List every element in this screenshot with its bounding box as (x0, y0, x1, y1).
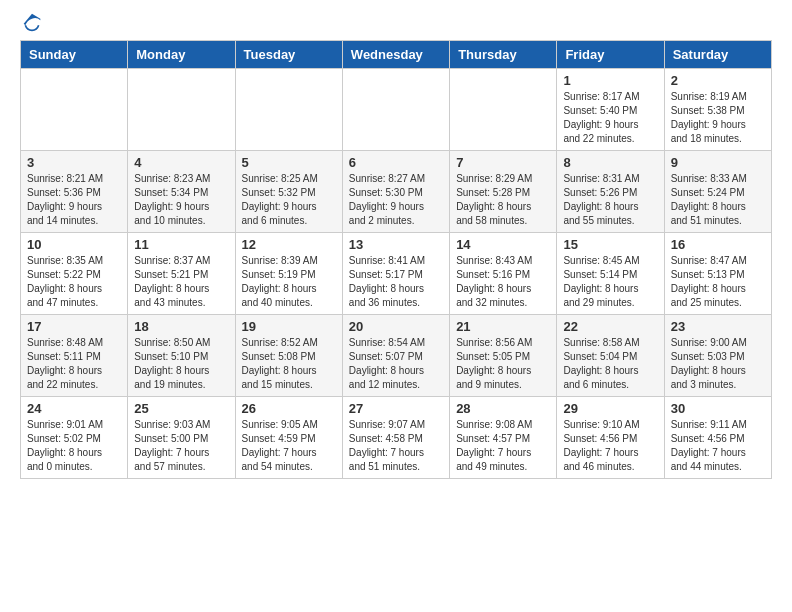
day-info: Sunrise: 8:48 AMSunset: 5:11 PMDaylight:… (27, 336, 121, 392)
calendar-cell: 24Sunrise: 9:01 AMSunset: 5:02 PMDayligh… (21, 397, 128, 479)
weekday-header-sunday: Sunday (21, 41, 128, 69)
day-number: 23 (671, 319, 765, 334)
day-info: Sunrise: 8:25 AMSunset: 5:32 PMDaylight:… (242, 172, 336, 228)
calendar-cell: 2Sunrise: 8:19 AMSunset: 5:38 PMDaylight… (664, 69, 771, 151)
day-number: 2 (671, 73, 765, 88)
day-info: Sunrise: 8:52 AMSunset: 5:08 PMDaylight:… (242, 336, 336, 392)
calendar-cell (450, 69, 557, 151)
calendar-cell: 27Sunrise: 9:07 AMSunset: 4:58 PMDayligh… (342, 397, 449, 479)
day-number: 8 (563, 155, 657, 170)
day-number: 10 (27, 237, 121, 252)
day-info: Sunrise: 8:23 AMSunset: 5:34 PMDaylight:… (134, 172, 228, 228)
day-info: Sunrise: 9:01 AMSunset: 5:02 PMDaylight:… (27, 418, 121, 474)
day-info: Sunrise: 8:50 AMSunset: 5:10 PMDaylight:… (134, 336, 228, 392)
calendar-cell: 12Sunrise: 8:39 AMSunset: 5:19 PMDayligh… (235, 233, 342, 315)
calendar-cell: 5Sunrise: 8:25 AMSunset: 5:32 PMDaylight… (235, 151, 342, 233)
weekday-header-wednesday: Wednesday (342, 41, 449, 69)
day-number: 28 (456, 401, 550, 416)
calendar-cell: 18Sunrise: 8:50 AMSunset: 5:10 PMDayligh… (128, 315, 235, 397)
calendar-cell: 19Sunrise: 8:52 AMSunset: 5:08 PMDayligh… (235, 315, 342, 397)
day-info: Sunrise: 8:21 AMSunset: 5:36 PMDaylight:… (27, 172, 121, 228)
day-info: Sunrise: 8:47 AMSunset: 5:13 PMDaylight:… (671, 254, 765, 310)
day-number: 7 (456, 155, 550, 170)
day-number: 25 (134, 401, 228, 416)
day-info: Sunrise: 9:08 AMSunset: 4:57 PMDaylight:… (456, 418, 550, 474)
day-number: 29 (563, 401, 657, 416)
day-info: Sunrise: 8:56 AMSunset: 5:05 PMDaylight:… (456, 336, 550, 392)
calendar-cell: 21Sunrise: 8:56 AMSunset: 5:05 PMDayligh… (450, 315, 557, 397)
weekday-header-monday: Monday (128, 41, 235, 69)
calendar-cell: 17Sunrise: 8:48 AMSunset: 5:11 PMDayligh… (21, 315, 128, 397)
day-number: 9 (671, 155, 765, 170)
day-info: Sunrise: 8:35 AMSunset: 5:22 PMDaylight:… (27, 254, 121, 310)
day-info: Sunrise: 8:29 AMSunset: 5:28 PMDaylight:… (456, 172, 550, 228)
day-number: 19 (242, 319, 336, 334)
day-number: 20 (349, 319, 443, 334)
day-info: Sunrise: 8:19 AMSunset: 5:38 PMDaylight:… (671, 90, 765, 146)
day-info: Sunrise: 9:03 AMSunset: 5:00 PMDaylight:… (134, 418, 228, 474)
calendar: SundayMondayTuesdayWednesdayThursdayFrid… (20, 40, 772, 479)
calendar-cell: 29Sunrise: 9:10 AMSunset: 4:56 PMDayligh… (557, 397, 664, 479)
day-number: 22 (563, 319, 657, 334)
day-info: Sunrise: 8:27 AMSunset: 5:30 PMDaylight:… (349, 172, 443, 228)
calendar-cell: 9Sunrise: 8:33 AMSunset: 5:24 PMDaylight… (664, 151, 771, 233)
calendar-cell: 7Sunrise: 8:29 AMSunset: 5:28 PMDaylight… (450, 151, 557, 233)
calendar-cell: 10Sunrise: 8:35 AMSunset: 5:22 PMDayligh… (21, 233, 128, 315)
calendar-cell: 28Sunrise: 9:08 AMSunset: 4:57 PMDayligh… (450, 397, 557, 479)
day-number: 16 (671, 237, 765, 252)
day-number: 18 (134, 319, 228, 334)
calendar-cell: 22Sunrise: 8:58 AMSunset: 5:04 PMDayligh… (557, 315, 664, 397)
day-info: Sunrise: 8:31 AMSunset: 5:26 PMDaylight:… (563, 172, 657, 228)
day-number: 24 (27, 401, 121, 416)
day-number: 5 (242, 155, 336, 170)
day-number: 15 (563, 237, 657, 252)
calendar-cell (21, 69, 128, 151)
day-number: 1 (563, 73, 657, 88)
calendar-cell: 11Sunrise: 8:37 AMSunset: 5:21 PMDayligh… (128, 233, 235, 315)
day-number: 13 (349, 237, 443, 252)
calendar-cell: 4Sunrise: 8:23 AMSunset: 5:34 PMDaylight… (128, 151, 235, 233)
calendar-cell: 13Sunrise: 8:41 AMSunset: 5:17 PMDayligh… (342, 233, 449, 315)
day-number: 3 (27, 155, 121, 170)
day-number: 14 (456, 237, 550, 252)
day-number: 26 (242, 401, 336, 416)
day-number: 11 (134, 237, 228, 252)
day-info: Sunrise: 8:54 AMSunset: 5:07 PMDaylight:… (349, 336, 443, 392)
calendar-cell: 20Sunrise: 8:54 AMSunset: 5:07 PMDayligh… (342, 315, 449, 397)
day-number: 6 (349, 155, 443, 170)
day-info: Sunrise: 8:45 AMSunset: 5:14 PMDaylight:… (563, 254, 657, 310)
calendar-cell: 25Sunrise: 9:03 AMSunset: 5:00 PMDayligh… (128, 397, 235, 479)
day-info: Sunrise: 9:11 AMSunset: 4:56 PMDaylight:… (671, 418, 765, 474)
day-number: 17 (27, 319, 121, 334)
calendar-cell: 26Sunrise: 9:05 AMSunset: 4:59 PMDayligh… (235, 397, 342, 479)
day-info: Sunrise: 9:07 AMSunset: 4:58 PMDaylight:… (349, 418, 443, 474)
day-info: Sunrise: 9:05 AMSunset: 4:59 PMDaylight:… (242, 418, 336, 474)
day-info: Sunrise: 8:17 AMSunset: 5:40 PMDaylight:… (563, 90, 657, 146)
day-info: Sunrise: 9:00 AMSunset: 5:03 PMDaylight:… (671, 336, 765, 392)
weekday-header-tuesday: Tuesday (235, 41, 342, 69)
calendar-cell (235, 69, 342, 151)
day-info: Sunrise: 8:58 AMSunset: 5:04 PMDaylight:… (563, 336, 657, 392)
logo-icon (22, 12, 42, 32)
day-info: Sunrise: 8:43 AMSunset: 5:16 PMDaylight:… (456, 254, 550, 310)
calendar-cell: 6Sunrise: 8:27 AMSunset: 5:30 PMDaylight… (342, 151, 449, 233)
calendar-cell (342, 69, 449, 151)
calendar-cell: 1Sunrise: 8:17 AMSunset: 5:40 PMDaylight… (557, 69, 664, 151)
day-info: Sunrise: 8:41 AMSunset: 5:17 PMDaylight:… (349, 254, 443, 310)
calendar-cell: 8Sunrise: 8:31 AMSunset: 5:26 PMDaylight… (557, 151, 664, 233)
calendar-cell: 15Sunrise: 8:45 AMSunset: 5:14 PMDayligh… (557, 233, 664, 315)
day-info: Sunrise: 8:33 AMSunset: 5:24 PMDaylight:… (671, 172, 765, 228)
day-info: Sunrise: 9:10 AMSunset: 4:56 PMDaylight:… (563, 418, 657, 474)
day-number: 12 (242, 237, 336, 252)
weekday-header-friday: Friday (557, 41, 664, 69)
calendar-cell (128, 69, 235, 151)
day-number: 21 (456, 319, 550, 334)
day-info: Sunrise: 8:37 AMSunset: 5:21 PMDaylight:… (134, 254, 228, 310)
weekday-header-thursday: Thursday (450, 41, 557, 69)
day-number: 27 (349, 401, 443, 416)
calendar-cell: 14Sunrise: 8:43 AMSunset: 5:16 PMDayligh… (450, 233, 557, 315)
calendar-cell: 3Sunrise: 8:21 AMSunset: 5:36 PMDaylight… (21, 151, 128, 233)
day-number: 30 (671, 401, 765, 416)
calendar-cell: 16Sunrise: 8:47 AMSunset: 5:13 PMDayligh… (664, 233, 771, 315)
logo (20, 12, 42, 32)
